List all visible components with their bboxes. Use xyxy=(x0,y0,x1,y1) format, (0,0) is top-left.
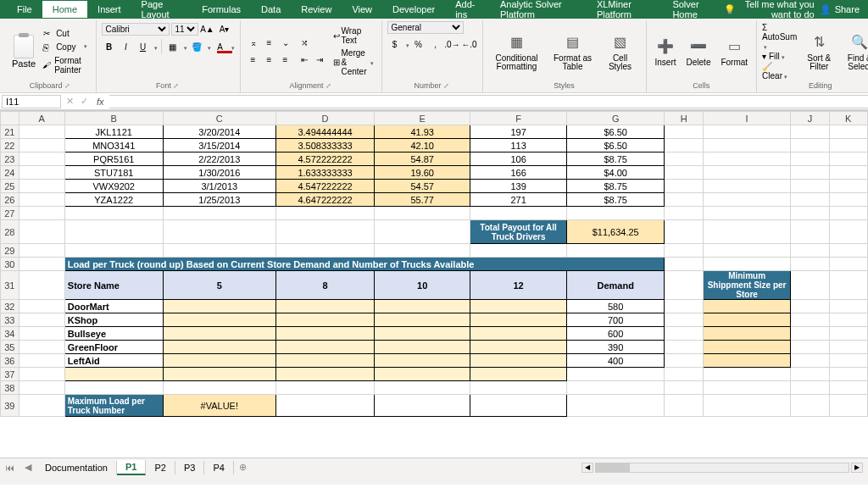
cell[interactable]: 271 xyxy=(470,193,567,207)
cell[interactable] xyxy=(64,368,163,381)
cell[interactable] xyxy=(703,180,790,193)
hscroll-thumb[interactable] xyxy=(596,463,630,472)
cell[interactable] xyxy=(703,327,790,341)
cell[interactable]: JKL1121 xyxy=(64,125,163,139)
hscroll-track[interactable] xyxy=(595,463,849,473)
hscroll-right[interactable]: ▶ xyxy=(851,463,863,473)
cell[interactable] xyxy=(19,395,64,417)
cell[interactable] xyxy=(703,381,790,395)
row-header[interactable]: 26 xyxy=(1,193,19,207)
cell[interactable] xyxy=(19,313,64,327)
row-header[interactable]: 23 xyxy=(1,152,19,166)
cell[interactable] xyxy=(703,152,790,166)
cell[interactable] xyxy=(665,258,704,271)
tab-page-layout[interactable]: Page Layout xyxy=(131,0,192,23)
cell[interactable] xyxy=(665,207,704,220)
tab-formulas[interactable]: Formulas xyxy=(192,1,251,18)
cell[interactable] xyxy=(791,180,829,193)
demand-value[interactable]: 580 xyxy=(566,300,664,313)
delete-cells-button[interactable]: ➖Delete xyxy=(683,34,715,69)
cell[interactable] xyxy=(19,244,64,258)
cell[interactable] xyxy=(275,207,374,220)
cell[interactable] xyxy=(665,368,704,381)
cell[interactable] xyxy=(665,180,704,193)
sheet-nav-prev[interactable]: ◀ xyxy=(19,460,36,474)
autosum-button[interactable]: Σ AutoSum xyxy=(762,23,797,51)
cell[interactable] xyxy=(791,341,829,354)
cell[interactable] xyxy=(163,368,275,381)
cell[interactable] xyxy=(665,193,704,207)
cell[interactable] xyxy=(375,381,470,395)
cell[interactable]: 197 xyxy=(470,125,567,139)
cell[interactable] xyxy=(703,313,790,327)
font-color-button[interactable]: A xyxy=(213,39,228,54)
cell[interactable] xyxy=(829,354,868,368)
cell[interactable]: 19.60 xyxy=(375,166,470,180)
cell[interactable] xyxy=(791,166,829,180)
cell[interactable] xyxy=(665,244,704,258)
cell[interactable] xyxy=(829,244,868,258)
cell[interactable] xyxy=(375,341,470,354)
cell[interactable] xyxy=(703,244,790,258)
tab-review[interactable]: Review xyxy=(291,1,342,18)
cell[interactable] xyxy=(703,220,790,244)
cell[interactable] xyxy=(19,300,64,313)
cell[interactable] xyxy=(829,193,868,207)
min-shipment-header[interactable]: Minimum Shippment Size per Store xyxy=(703,271,790,300)
cell[interactable]: 3/15/2014 xyxy=(163,139,275,152)
store-name[interactable]: GreenFloor xyxy=(64,341,163,354)
truck-col[interactable]: 12 xyxy=(470,271,567,300)
cell[interactable] xyxy=(375,244,470,258)
enter-fx-icon[interactable]: ✓ xyxy=(77,96,92,107)
format-cells-button[interactable]: ▭Format xyxy=(717,34,751,69)
cell[interactable] xyxy=(163,244,275,258)
fill-button[interactable]: ▾ Fill xyxy=(762,52,797,61)
cell[interactable] xyxy=(163,300,275,313)
decrease-decimal[interactable]: ←.0 xyxy=(462,36,477,52)
sheet-nav-first[interactable]: ⏮ xyxy=(0,461,19,474)
cell[interactable] xyxy=(791,395,829,417)
cell[interactable]: 1.633333333 xyxy=(275,166,374,180)
cell[interactable] xyxy=(791,139,829,152)
cell[interactable] xyxy=(375,327,470,341)
align-bottom[interactable]: ⌄ xyxy=(278,36,293,51)
cell[interactable]: $4.00 xyxy=(566,166,664,180)
formula-input[interactable] xyxy=(109,95,868,108)
cell[interactable] xyxy=(64,381,163,395)
demand-header[interactable]: Demand xyxy=(566,271,664,300)
cell[interactable] xyxy=(19,193,64,207)
cell[interactable] xyxy=(829,341,868,354)
cell[interactable] xyxy=(470,300,567,313)
paste-button[interactable]: Paste xyxy=(10,33,37,70)
cell[interactable]: 1/25/2013 xyxy=(163,193,275,207)
cell[interactable] xyxy=(703,354,790,368)
cell[interactable] xyxy=(275,341,374,354)
decrease-indent[interactable]: ⇤ xyxy=(297,53,312,68)
cell[interactable]: 2/22/2013 xyxy=(163,152,275,166)
border-button[interactable]: ▦ xyxy=(165,39,181,54)
cell[interactable] xyxy=(791,244,829,258)
cell[interactable]: STU7181 xyxy=(64,166,163,180)
cell[interactable] xyxy=(275,300,374,313)
cell[interactable] xyxy=(665,395,704,417)
format-as-table-button[interactable]: ▤Format as Table xyxy=(549,30,597,73)
add-sheet-button[interactable]: ⊕ xyxy=(234,460,252,474)
increase-decimal[interactable]: .0→ xyxy=(445,36,460,52)
max-load-value[interactable]: #VALUE! xyxy=(163,395,275,417)
cell[interactable]: 4.572222222 xyxy=(275,152,374,166)
cell[interactable] xyxy=(791,354,829,368)
tab-xlminer[interactable]: XLMiner Platform xyxy=(587,0,663,23)
cell[interactable] xyxy=(829,368,868,381)
cell[interactable] xyxy=(791,193,829,207)
cell[interactable] xyxy=(375,354,470,368)
cell[interactable] xyxy=(829,381,868,395)
cell[interactable] xyxy=(703,139,790,152)
cell[interactable]: MNO3141 xyxy=(64,139,163,152)
increase-font-button[interactable]: A▲ xyxy=(200,21,215,36)
tab-data[interactable]: Data xyxy=(251,1,291,18)
cell[interactable] xyxy=(19,271,64,300)
cell[interactable] xyxy=(703,395,790,417)
font-size-select[interactable]: 11 xyxy=(171,23,198,36)
cell[interactable] xyxy=(375,300,470,313)
insert-cells-button[interactable]: ➕Insert xyxy=(652,34,680,69)
